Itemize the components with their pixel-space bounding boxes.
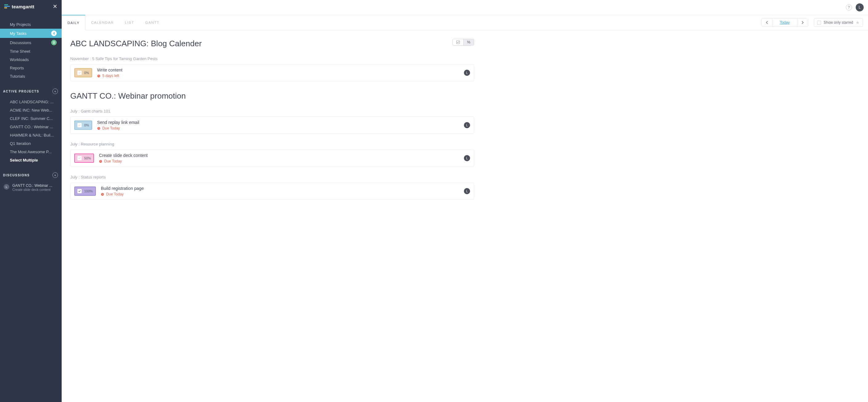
task-name: Create slide deck content	[99, 153, 459, 158]
sidebar-nav-badge: 4	[51, 31, 57, 36]
sidebar-project-item[interactable]: Q1 Iteration	[0, 140, 62, 148]
date-next-button[interactable]	[798, 19, 808, 27]
brand[interactable]: teamgantt	[4, 4, 34, 9]
project-header-row: ABC LANDSCAPING: Blog Calender%	[70, 39, 474, 49]
date-prev-button[interactable]	[762, 19, 772, 27]
sidebar-nav-label: My Tasks	[10, 31, 27, 36]
brand-logo-icon	[4, 4, 10, 9]
view-tab[interactable]: GANTT	[140, 15, 165, 30]
brand-name: teamgantt	[12, 4, 34, 9]
view-tab[interactable]: DAILY	[62, 15, 85, 30]
content-inner: ABC LANDSCAPING: Blog Calender%November …	[70, 39, 474, 210]
show-starred-label: Show only starred	[824, 20, 853, 25]
task-checkbox[interactable]	[78, 156, 82, 160]
checkbox-icon	[456, 40, 460, 44]
sidebar: teamgantt ✕ My ProjectsMy Tasks4Discussi…	[0, 0, 62, 402]
date-today-button[interactable]: Today	[772, 19, 798, 27]
sidebar-discussion-item[interactable]: LGANTT CO.: Webinar ...Create slide deck…	[0, 182, 62, 193]
task-assignee-avatar[interactable]: L	[464, 70, 470, 76]
view-tab[interactable]: LIST	[119, 15, 140, 30]
svg-rect-1	[4, 6, 10, 7]
sidebar-nav-item[interactable]: Tutorials	[0, 72, 62, 81]
progress-display-percent-button[interactable]: %	[463, 39, 474, 45]
discussion-subtitle: Create slide deck content	[12, 188, 53, 191]
task-card[interactable]: 50%Create slide deck contentDue TodayL	[70, 150, 474, 167]
sidebar-nav-item[interactable]: Reports	[0, 64, 62, 72]
sidebar-nav-item[interactable]: Time Sheet	[0, 47, 62, 56]
task-name: Write content	[97, 67, 459, 72]
tabs-row: DAILYCALENDARLISTGANTT Today Show only s…	[62, 15, 868, 30]
sidebar-project-item[interactable]: ABC LANDSCAPING: ...	[0, 98, 62, 106]
task-progress-chip[interactable]: 0%	[74, 68, 92, 78]
sidebar-project-item[interactable]: HAMMER & NAIL: Buil...	[0, 131, 62, 140]
view-tab[interactable]: CALENDAR	[85, 15, 119, 30]
task-progress-chip[interactable]: 0%	[74, 121, 92, 130]
sidebar-nav-label: Reports	[10, 66, 24, 70]
task-due-label: Due Today	[102, 126, 120, 130]
user-avatar[interactable]: L	[856, 3, 864, 11]
task-name: Build registration page	[101, 186, 459, 191]
sidebar-nav-item[interactable]: Workloads	[0, 56, 62, 64]
task-group-label: July : Gantt charts 101	[70, 109, 474, 114]
svg-rect-2	[4, 7, 7, 8]
sidebar-nav-label: Workloads	[10, 57, 29, 62]
active-projects-header: ACTIVE PROJECTS +	[0, 89, 62, 94]
sidebar-project-item[interactable]: Select Multiple	[0, 156, 62, 164]
active-projects-title: ACTIVE PROJECTS	[3, 90, 39, 93]
view-tabs: DAILYCALENDARLISTGANTT	[62, 15, 165, 30]
close-icon[interactable]: ✕	[53, 3, 57, 10]
sidebar-nav-item[interactable]: My Projects	[0, 20, 62, 29]
clock-icon	[101, 193, 104, 196]
check-icon	[78, 190, 81, 193]
check-icon	[78, 157, 81, 160]
project-list: ABC LANDSCAPING: ...ACME INC: New Web...…	[0, 98, 62, 164]
sidebar-header: teamgantt ✕	[0, 0, 62, 13]
add-discussion-icon[interactable]: +	[53, 172, 58, 178]
task-assignee-avatar[interactable]: L	[464, 155, 470, 161]
task-name: Send replay link email	[97, 120, 459, 125]
task-due: 5 days left	[97, 74, 459, 78]
discussions-header: DISCUSSIONS +	[0, 172, 62, 178]
tabs-right-controls: Today Show only starred ★	[761, 18, 863, 27]
task-checkbox[interactable]	[78, 189, 82, 193]
sidebar-nav-label: Tutorials	[10, 74, 25, 79]
sidebar-nav-item[interactable]: My Tasks4	[0, 29, 62, 38]
task-due: Due Today	[101, 192, 459, 196]
task-checkbox[interactable]	[78, 123, 82, 127]
task-assignee-avatar[interactable]: L	[464, 188, 470, 194]
sidebar-project-item[interactable]: GANTT CO.: Webinar ...	[0, 123, 62, 131]
show-starred-toggle[interactable]: Show only starred ★	[814, 18, 863, 27]
sidebar-nav-item[interactable]: Discussions0	[0, 38, 62, 47]
sidebar-nav-label: Time Sheet	[10, 49, 30, 54]
task-card[interactable]: 0%Write content5 days leftL	[70, 64, 474, 82]
clock-icon	[97, 127, 100, 130]
chevron-right-icon	[801, 21, 804, 24]
help-icon[interactable]: ?	[846, 4, 852, 10]
task-group-label: November : 5 Safe Tips for Taming Garden…	[70, 56, 474, 61]
content-scroll[interactable]: ABC LANDSCAPING: Blog Calender%November …	[62, 30, 868, 402]
sidebar-nav: My ProjectsMy Tasks4Discussions0Time She…	[0, 20, 62, 81]
task-progress-value: 50%	[84, 156, 91, 160]
add-project-icon[interactable]: +	[53, 89, 58, 94]
task-card[interactable]: 100%Build registration pageDue TodayL	[70, 183, 474, 200]
task-progress-chip[interactable]: 100%	[74, 187, 96, 196]
sidebar-project-item[interactable]: ACME INC: New Web...	[0, 106, 62, 114]
star-icon: ★	[856, 20, 860, 25]
sidebar-nav-label: My Projects	[10, 22, 31, 27]
sidebar-project-item[interactable]: The Most Awesome P...	[0, 148, 62, 156]
sidebar-nav-badge: 0	[51, 40, 57, 45]
task-progress-chip[interactable]: 50%	[74, 154, 94, 163]
progress-display-check-button[interactable]	[453, 39, 463, 45]
task-due-label: Due Today	[104, 159, 122, 163]
sidebar-project-item[interactable]: CLEF INC: Summer C...	[0, 114, 62, 123]
task-group-label: July : Status reports	[70, 175, 474, 179]
task-progress-value: 100%	[84, 189, 93, 193]
project-header-row: GANTT CO.: Webinar promotion	[70, 91, 474, 101]
show-starred-checkbox[interactable]	[817, 21, 821, 25]
task-checkbox[interactable]	[78, 71, 82, 75]
check-icon	[78, 124, 81, 127]
task-card[interactable]: 0%Send replay link emailDue TodayL	[70, 117, 474, 134]
task-due-label: 5 days left	[102, 74, 119, 78]
project-title: ABC LANDSCAPING: Blog Calender	[70, 39, 202, 49]
task-assignee-avatar[interactable]: L	[464, 122, 470, 128]
